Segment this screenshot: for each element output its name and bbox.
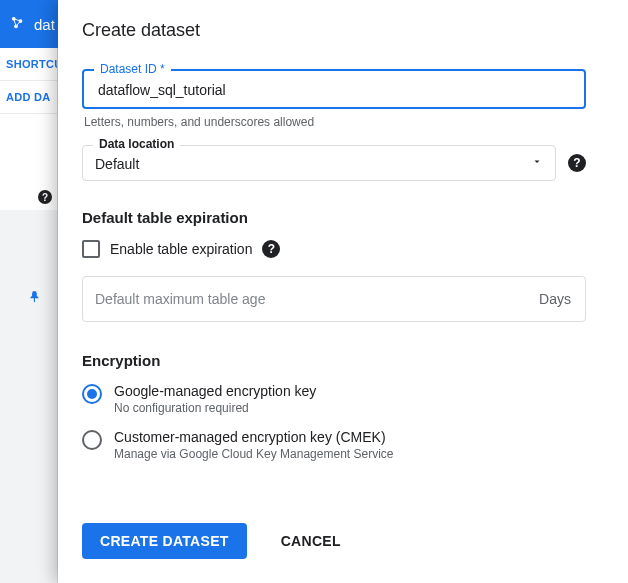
encryption-cmek-title: Customer-managed encryption key (CMEK) <box>114 429 394 445</box>
dataset-id-label: Dataset ID * <box>94 62 171 76</box>
expiration-section-title: Default table expiration <box>82 209 586 226</box>
expiration-help-icon[interactable]: ? <box>262 240 280 258</box>
data-location-label: Data location <box>93 137 180 151</box>
panel-title: Create dataset <box>82 20 586 41</box>
bg-topbar-text: dat <box>34 16 55 33</box>
dataset-id-field[interactable]: Dataset ID * <box>82 69 586 109</box>
encryption-cmek-radio[interactable] <box>82 430 102 450</box>
location-help-icon[interactable]: ? <box>568 154 586 172</box>
cancel-button[interactable]: CANCEL <box>275 532 347 550</box>
max-table-age-unit: Days <box>525 291 585 307</box>
max-table-age-field[interactable]: Days <box>82 276 586 322</box>
create-dataset-panel: Create dataset Dataset ID * Letters, num… <box>58 0 628 583</box>
product-logo-icon <box>10 15 28 33</box>
chevron-down-icon <box>531 156 543 171</box>
encryption-google-radio[interactable] <box>82 384 102 404</box>
bg-side-grayzone <box>0 210 58 583</box>
encryption-google-title: Google-managed encryption key <box>114 383 316 399</box>
bg-add-data-link[interactable]: ADD DA <box>0 81 57 114</box>
encryption-section-title: Encryption <box>82 352 586 369</box>
enable-expiration-label: Enable table expiration <box>110 241 252 257</box>
dataset-id-input[interactable] <box>96 81 572 99</box>
enable-expiration-checkbox[interactable] <box>82 240 100 258</box>
pin-icon[interactable] <box>28 290 42 308</box>
create-dataset-button[interactable]: CREATE DATASET <box>82 523 247 559</box>
dataset-id-helper: Letters, numbers, and underscores allowe… <box>84 115 584 129</box>
encryption-google-sub: No configuration required <box>114 401 316 415</box>
data-location-select[interactable]: Data location Default <box>82 145 556 181</box>
bg-shortcuts-link[interactable]: SHORTCU <box>0 48 57 81</box>
max-table-age-input[interactable] <box>83 277 525 321</box>
data-location-value: Default <box>95 152 543 174</box>
help-icon[interactable]: ? <box>38 190 52 204</box>
encryption-cmek-sub: Manage via Google Cloud Key Management S… <box>114 447 394 461</box>
